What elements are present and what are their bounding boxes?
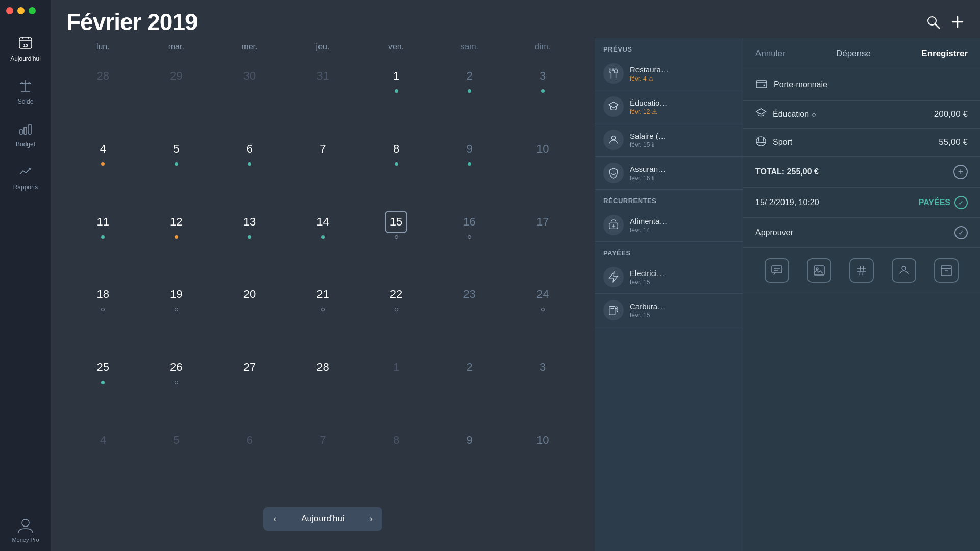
sidebar-item-rapports[interactable]: Rapports	[0, 155, 51, 198]
datetime-label: 15/ 2/2019, 10:20	[755, 198, 819, 207]
search-button[interactable]	[926, 15, 940, 29]
event-item-salaire[interactable]: Salaire (… févr. 15 ℹ	[595, 123, 743, 157]
svg-point-14	[22, 519, 29, 527]
event-info-alimentation: Alimenta… févr. 14	[630, 217, 734, 234]
cal-cell-4-next[interactable]: 4	[66, 424, 140, 497]
hash-button[interactable]	[849, 258, 874, 283]
cal-cell-28[interactable]: 28	[286, 351, 360, 424]
cal-cell-13[interactable]: 13	[213, 206, 286, 279]
day-header-mer: mer.	[213, 38, 286, 56]
day-header-sam: sam.	[433, 38, 506, 56]
cal-cell-10-next[interactable]: 10	[506, 424, 579, 497]
cal-cell-2[interactable]: 2	[433, 60, 506, 133]
event-item-education[interactable]: Éducatio… févr. 12 ⚠	[595, 90, 743, 123]
event-item-restauration[interactable]: Restaura… févr. 4 ⚠	[595, 57, 743, 90]
maximize-button[interactable]	[29, 7, 36, 14]
svg-line-16	[935, 24, 939, 28]
cal-cell-31-prev[interactable]: 31	[286, 60, 360, 133]
detail-account-row[interactable]: Porte-monnaie	[743, 69, 980, 101]
add-button[interactable]	[950, 15, 965, 29]
cal-cell-24[interactable]: 24	[506, 278, 579, 351]
cal-cell-8-next[interactable]: 8	[359, 424, 433, 497]
cal-cell-11[interactable]: 11	[66, 206, 140, 279]
calendar-icon: 15	[16, 34, 35, 52]
save-button[interactable]: Enregistrer	[921, 48, 968, 59]
paid-text: PAYÉES	[919, 198, 950, 207]
event-item-alimentation[interactable]: Alimenta… févr. 14	[595, 209, 743, 242]
cal-cell-23[interactable]: 23	[433, 278, 506, 351]
sidebar-item-label-rapports: Rapports	[13, 184, 38, 191]
add-item-button[interactable]: +	[953, 165, 968, 179]
cal-cell-17[interactable]: 17	[506, 206, 579, 279]
event-info-education: Éducatio… févr. 12 ⚠	[630, 98, 734, 115]
cal-cell-28-prev[interactable]: 28	[66, 60, 140, 133]
cal-cell-9-next[interactable]: 9	[433, 424, 506, 497]
cal-cell-5[interactable]: 5	[140, 133, 213, 206]
user-profile[interactable]: Money Pro	[12, 516, 39, 543]
cal-cell-1-next[interactable]: 1	[359, 351, 433, 424]
cal-cell-10[interactable]: 10	[506, 133, 579, 206]
next-month-button[interactable]: ›	[360, 507, 382, 531]
plus-icon	[950, 15, 965, 29]
cal-cell-25[interactable]: 25	[66, 351, 140, 424]
cal-cell-5-next[interactable]: 5	[140, 424, 213, 497]
cal-cell-7[interactable]: 7	[286, 133, 360, 206]
svg-rect-28	[756, 81, 767, 88]
paid-badge[interactable]: PAYÉES ✓	[919, 196, 968, 209]
cal-cell-30-prev[interactable]: 30	[213, 60, 286, 133]
event-item-carburant[interactable]: Carbura… févr. 15	[595, 294, 743, 327]
sidebar-item-budget[interactable]: Budget	[0, 112, 51, 155]
cal-cell-26[interactable]: 26	[140, 351, 213, 424]
salary-icon-wrap	[603, 130, 624, 150]
budget-icon	[16, 119, 35, 138]
sidebar-item-solde[interactable]: Solde	[0, 69, 51, 112]
cancel-button[interactable]: Annuler	[755, 48, 786, 59]
person-button[interactable]	[892, 258, 916, 283]
year-label: 2019	[147, 9, 197, 35]
cal-cell-4[interactable]: 4	[66, 133, 140, 206]
cal-cell-9[interactable]: 9	[433, 133, 506, 206]
image-button[interactable]	[807, 258, 831, 283]
cal-cell-2-next[interactable]: 2	[433, 351, 506, 424]
cal-cell-8[interactable]: 8	[359, 133, 433, 206]
prev-month-button[interactable]: ‹	[263, 507, 286, 531]
approve-check-button[interactable]: ✓	[954, 226, 968, 239]
detail-sport-row[interactable]: Sport 55,00 €	[743, 129, 980, 157]
cal-cell-12[interactable]: 12	[140, 206, 213, 279]
comment-button[interactable]	[765, 258, 789, 283]
education-detail-icon	[755, 108, 767, 121]
sport-icon	[755, 136, 767, 149]
cal-cell-3-next[interactable]: 3	[506, 351, 579, 424]
cal-cell-20[interactable]: 20	[213, 278, 286, 351]
cal-cell-1[interactable]: 1	[359, 60, 433, 133]
cal-cell-15-today[interactable]: 15	[359, 206, 433, 279]
event-item-electricite[interactable]: Electrici… févr. 15	[595, 261, 743, 294]
cal-cell-6-next[interactable]: 6	[213, 424, 286, 497]
cal-cell-21[interactable]: 21	[286, 278, 360, 351]
cal-cell-3[interactable]: 3	[506, 60, 579, 133]
detail-approve-row[interactable]: Approuver ✓	[743, 218, 980, 248]
svg-rect-31	[772, 266, 782, 273]
sidebar-item-aujourd-hui[interactable]: 15 Aujourd'hui	[0, 27, 51, 69]
today-button[interactable]: Aujourd'hui	[286, 507, 360, 531]
cal-cell-7-next[interactable]: 7	[286, 424, 360, 497]
cal-cell-16[interactable]: 16	[433, 206, 506, 279]
cal-cell-29-prev[interactable]: 29	[140, 60, 213, 133]
archive-button[interactable]	[934, 258, 959, 283]
events-panel: PRÉVUS Restaura… févr. 4 ⚠	[595, 38, 743, 551]
today-navigation: ‹ Aujourd'hui ›	[66, 497, 579, 541]
search-icon	[926, 15, 940, 29]
event-name-restauration: Restaura…	[630, 65, 734, 74]
minimize-button[interactable]	[17, 7, 24, 14]
cal-cell-19[interactable]: 19	[140, 278, 213, 351]
event-item-assurance[interactable]: Assuran… févr. 16 ℹ	[595, 157, 743, 190]
detail-panel: Annuler Dépense Enregistrer Porte-monnai…	[743, 38, 980, 551]
detail-education-row[interactable]: Éducation ◇ 200,00 €	[743, 101, 980, 129]
cal-cell-22[interactable]: 22	[359, 278, 433, 351]
cal-cell-27[interactable]: 27	[213, 351, 286, 424]
close-button[interactable]	[6, 7, 13, 14]
svg-rect-42	[941, 268, 951, 276]
cal-cell-6[interactable]: 6	[213, 133, 286, 206]
cal-cell-14[interactable]: 14	[286, 206, 360, 279]
cal-cell-18[interactable]: 18	[66, 278, 140, 351]
